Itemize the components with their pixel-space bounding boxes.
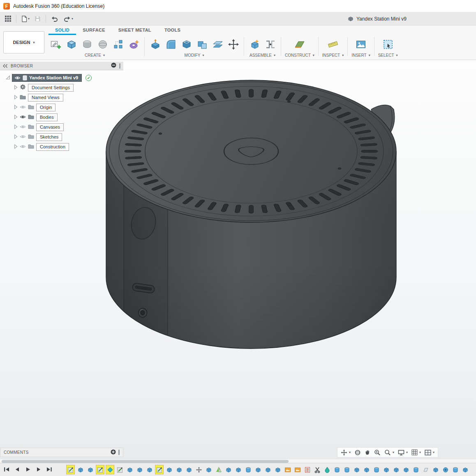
create-sketch-icon[interactable]	[49, 37, 62, 52]
timeline-feature-extrude[interactable]	[136, 465, 143, 474]
timeline-feature-move[interactable]	[195, 465, 203, 474]
timeline-feature-revolve[interactable]	[333, 465, 341, 474]
timeline-feature-split[interactable]	[313, 465, 321, 474]
eye-off-icon[interactable]	[20, 104, 26, 111]
panel-drag-handle[interactable]	[119, 63, 120, 69]
timeline-feature-extrude[interactable]	[224, 465, 232, 474]
redo-icon[interactable]: ▾	[62, 14, 74, 24]
root-node-selected[interactable]: Yandex Station Mini v9	[12, 74, 82, 82]
save-icon[interactable]	[33, 14, 42, 24]
expand-arrow-icon[interactable]	[14, 123, 18, 131]
grid-settings-icon[interactable]: ▾	[410, 448, 423, 457]
timeline-feature-extrude[interactable]	[205, 465, 213, 474]
tree-row-bodies[interactable]: Bodies	[0, 112, 123, 122]
panel-drag-handle[interactable]	[118, 450, 120, 455]
tab-surface[interactable]: SURFACE	[76, 26, 112, 35]
timeline-feature-mirror[interactable]	[215, 465, 222, 474]
inspect-menu[interactable]: INSPECT▾	[322, 53, 344, 58]
timeline-feature-extrude[interactable]	[146, 465, 153, 474]
eye-off-icon[interactable]	[20, 143, 26, 150]
assemble-menu[interactable]: ASSEMBLE▾	[250, 53, 275, 58]
fit-view-icon[interactable]: ▾	[339, 448, 352, 457]
orbit-icon[interactable]	[353, 448, 363, 457]
joint-icon[interactable]	[263, 37, 277, 52]
measure-icon[interactable]	[326, 37, 340, 52]
coil-icon[interactable]	[127, 37, 141, 52]
file-menu-icon[interactable]: ▾	[20, 14, 31, 24]
select-menu[interactable]: SELECT▾	[378, 53, 398, 58]
tree-row-document-settings[interactable]: Document Settings	[0, 83, 123, 92]
press-pull-icon[interactable]	[148, 37, 162, 52]
pan-icon[interactable]	[363, 448, 372, 457]
timeline-feature-revolve[interactable]	[372, 465, 380, 474]
select-icon[interactable]	[381, 37, 395, 52]
construct-menu[interactable]: CONSTRUCT▾	[285, 53, 314, 58]
expand-arrow-icon[interactable]	[14, 84, 18, 91]
timeline-feature-extrude[interactable]	[254, 465, 262, 474]
new-component-icon[interactable]	[248, 37, 261, 52]
undo-icon[interactable]	[50, 14, 60, 24]
timeline-feature-extrude[interactable]	[76, 465, 84, 474]
timeline-feature-extrude[interactable]	[264, 465, 272, 474]
tree-row-canvases[interactable]: Canvases	[0, 122, 123, 132]
timeline-feature-extrude[interactable]	[353, 465, 360, 474]
eye-on-icon[interactable]	[20, 113, 26, 121]
combine-icon[interactable]	[195, 37, 209, 52]
timeline-feature-extrude[interactable]	[461, 465, 469, 474]
timeline-feature-extrude[interactable]	[86, 465, 94, 474]
expand-arrow-icon[interactable]	[14, 113, 18, 121]
move-icon[interactable]	[226, 37, 240, 52]
app-menu-grid-icon[interactable]	[4, 14, 12, 24]
modify-menu[interactable]: MODIFY▾	[185, 53, 204, 58]
timeline-feature-plane[interactable]	[422, 465, 430, 474]
insert-canvas-icon[interactable]	[354, 37, 367, 52]
eye-off-icon[interactable]	[20, 123, 26, 131]
sweep-icon[interactable]	[80, 37, 94, 52]
timeline-feature-extrude[interactable]	[382, 465, 390, 474]
timeline-feature-extrude[interactable]	[126, 465, 134, 474]
insert-menu[interactable]: INSERT▾	[351, 53, 370, 58]
collapse-browser-icon[interactable]	[3, 62, 8, 69]
timeline-feature-sketch[interactable]	[155, 465, 163, 474]
timeline-feature-extrude[interactable]	[274, 465, 282, 474]
timeline-feature-sketch[interactable]	[116, 465, 124, 474]
node-label[interactable]: Origin	[36, 104, 55, 111]
expand-comments-icon[interactable]	[111, 449, 116, 455]
node-label[interactable]: Named Views	[28, 94, 63, 102]
horizontal-scrollbar[interactable]	[0, 459, 476, 463]
timeline-feature-hole[interactable]	[441, 465, 449, 474]
construction-plane-icon[interactable]	[293, 37, 306, 52]
extrude-box-icon[interactable]	[65, 37, 78, 52]
display-settings-icon[interactable]: ▾	[396, 448, 409, 457]
timeline-feature-revolve[interactable]	[244, 465, 252, 474]
zoom-icon[interactable]	[372, 448, 382, 457]
revolve-icon[interactable]	[96, 37, 109, 52]
timeline-feature-primitive[interactable]	[106, 465, 114, 474]
speaker-model[interactable]	[106, 80, 396, 349]
workspace-selector[interactable]: DESIGN▾	[3, 31, 44, 53]
shell-icon[interactable]	[180, 37, 193, 52]
timeline-feature-extrude[interactable]	[175, 465, 183, 474]
expand-arrow-icon[interactable]	[14, 104, 18, 111]
tree-row-sketches[interactable]: Sketches	[0, 132, 123, 142]
timeline-feature-extrude[interactable]	[165, 465, 173, 474]
tree-root-row[interactable]: Yandex Station Mini v9 ✓	[0, 73, 123, 83]
timeline-feature-sketch[interactable]	[96, 465, 104, 474]
timeline-feature-extrude[interactable]	[363, 465, 370, 474]
timeline-feature-decal[interactable]	[303, 465, 311, 474]
go-to-start-icon[interactable]	[3, 466, 10, 473]
tree-row-origin[interactable]: Origin	[0, 102, 123, 112]
browser-minimize-icon[interactable]	[111, 62, 116, 69]
timeline-feature-canvas[interactable]	[293, 465, 301, 474]
expand-arrow-icon[interactable]	[14, 143, 18, 150]
timeline-feature-fluid[interactable]	[323, 465, 331, 474]
node-label[interactable]: Document Settings	[28, 84, 74, 92]
scrollbar-thumb[interactable]	[2, 460, 289, 463]
tree-row-construction[interactable]: Construction	[0, 142, 123, 152]
timeline-feature-extrude[interactable]	[185, 465, 193, 474]
zoom-window-icon[interactable]: ▾	[383, 448, 396, 457]
fillet-icon[interactable]	[164, 37, 178, 52]
go-to-end-icon[interactable]	[46, 466, 53, 473]
timeline-feature-extrude[interactable]	[432, 465, 439, 474]
pattern-icon[interactable]	[111, 37, 125, 52]
